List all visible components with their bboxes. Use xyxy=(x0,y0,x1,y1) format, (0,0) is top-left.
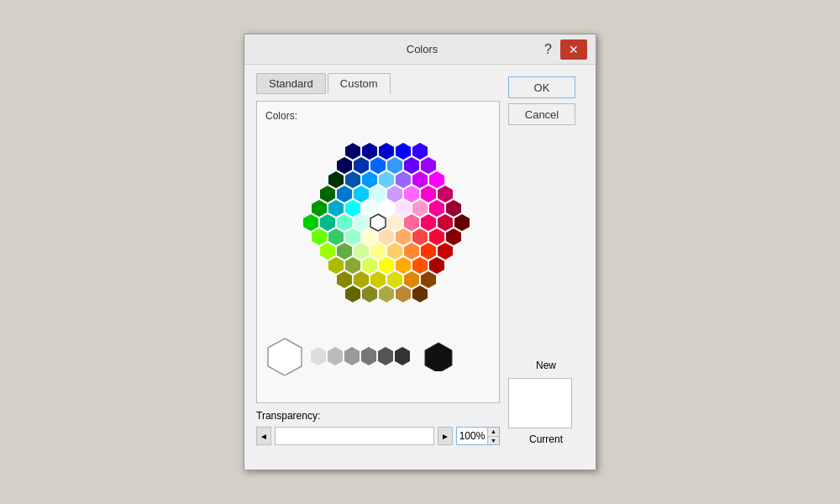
svg-marker-22[interactable] xyxy=(370,186,386,202)
color-wheel-svg[interactable] xyxy=(286,130,470,323)
svg-marker-68[interactable] xyxy=(429,257,444,274)
svg-marker-60[interactable] xyxy=(421,243,436,260)
svg-marker-17[interactable] xyxy=(412,171,428,188)
svg-marker-20[interactable] xyxy=(337,186,352,202)
svg-marker-40[interactable] xyxy=(387,214,402,231)
svg-marker-47[interactable] xyxy=(345,228,360,245)
svg-marker-67[interactable] xyxy=(412,257,428,274)
svg-marker-5[interactable] xyxy=(412,143,428,160)
svg-marker-48[interactable] xyxy=(362,228,377,245)
svg-marker-2[interactable] xyxy=(362,143,377,160)
svg-marker-79[interactable] xyxy=(412,286,428,302)
svg-marker-3[interactable] xyxy=(379,143,394,160)
transparency-spin-down[interactable]: ▼ xyxy=(488,437,499,445)
svg-marker-31[interactable] xyxy=(379,200,394,217)
close-button[interactable]: ✕ xyxy=(560,39,587,60)
svg-marker-84[interactable] xyxy=(361,347,376,365)
svg-marker-13[interactable] xyxy=(345,171,360,188)
svg-marker-35[interactable] xyxy=(446,200,461,217)
cancel-button[interactable]: Cancel xyxy=(508,103,575,125)
svg-marker-11[interactable] xyxy=(421,157,436,174)
svg-marker-76[interactable] xyxy=(362,286,377,302)
svg-marker-85[interactable] xyxy=(378,347,393,365)
svg-marker-57[interactable] xyxy=(370,243,386,260)
svg-marker-7[interactable] xyxy=(354,157,369,174)
svg-marker-26[interactable] xyxy=(438,186,453,202)
transparency-left-button[interactable]: ◄ xyxy=(256,427,271,445)
svg-marker-65[interactable] xyxy=(379,257,394,274)
svg-marker-16[interactable] xyxy=(396,171,411,188)
svg-marker-54[interactable] xyxy=(320,243,335,260)
svg-marker-59[interactable] xyxy=(404,243,419,260)
svg-marker-77[interactable] xyxy=(379,286,394,302)
svg-marker-15[interactable] xyxy=(379,171,394,188)
svg-marker-64[interactable] xyxy=(362,257,377,274)
svg-marker-86[interactable] xyxy=(395,347,410,365)
svg-marker-28[interactable] xyxy=(328,200,344,217)
svg-marker-78[interactable] xyxy=(396,286,411,302)
svg-marker-4[interactable] xyxy=(396,143,411,160)
svg-marker-43[interactable] xyxy=(438,214,453,231)
transparency-slider[interactable] xyxy=(275,427,434,445)
help-button[interactable]: ? xyxy=(541,42,555,57)
svg-marker-58[interactable] xyxy=(387,243,402,260)
svg-marker-25[interactable] xyxy=(421,186,436,202)
svg-marker-30[interactable] xyxy=(362,200,377,217)
svg-marker-21[interactable] xyxy=(354,186,369,202)
svg-marker-61[interactable] xyxy=(438,243,453,260)
svg-marker-39[interactable] xyxy=(354,214,369,231)
gray-scale-swatches[interactable] xyxy=(309,347,418,365)
svg-marker-83[interactable] xyxy=(344,347,360,365)
svg-marker-46[interactable] xyxy=(328,228,344,245)
svg-marker-18[interactable] xyxy=(429,171,444,188)
svg-marker-37[interactable] xyxy=(320,214,335,231)
svg-marker-82[interactable] xyxy=(328,347,343,365)
svg-marker-19[interactable] xyxy=(320,186,335,202)
svg-marker-10[interactable] xyxy=(404,157,419,174)
svg-marker-41[interactable] xyxy=(404,214,419,231)
svg-marker-6[interactable] xyxy=(337,157,352,174)
svg-marker-32[interactable] xyxy=(396,200,411,217)
transparency-value[interactable]: 100% xyxy=(457,428,487,444)
svg-marker-49[interactable] xyxy=(379,228,394,245)
svg-marker-53[interactable] xyxy=(446,228,461,245)
svg-marker-38[interactable] xyxy=(337,214,352,231)
svg-marker-14[interactable] xyxy=(362,171,377,188)
svg-marker-45[interactable] xyxy=(312,228,327,245)
svg-marker-42[interactable] xyxy=(421,214,436,231)
svg-marker-50[interactable] xyxy=(396,228,411,245)
svg-marker-66[interactable] xyxy=(396,257,411,274)
white-hex-swatch[interactable] xyxy=(265,337,304,375)
tab-custom[interactable]: Custom xyxy=(328,73,391,94)
svg-marker-81[interactable] xyxy=(311,347,326,365)
tab-standard[interactable]: Standard xyxy=(256,73,326,94)
svg-marker-56[interactable] xyxy=(354,243,369,260)
svg-marker-73[interactable] xyxy=(404,271,419,288)
ok-button[interactable]: OK xyxy=(508,76,575,98)
svg-marker-75[interactable] xyxy=(345,286,360,302)
transparency-spin-up[interactable]: ▲ xyxy=(488,428,499,437)
svg-marker-62[interactable] xyxy=(328,257,344,274)
transparency-right-button[interactable]: ► xyxy=(438,427,453,445)
svg-marker-55[interactable] xyxy=(337,243,352,260)
selected-color-hex[interactable] xyxy=(370,214,386,231)
svg-marker-1[interactable] xyxy=(345,143,360,160)
svg-marker-34[interactable] xyxy=(429,200,444,217)
svg-marker-51[interactable] xyxy=(412,228,428,245)
black-hex-swatch[interactable] xyxy=(423,341,454,371)
svg-marker-69[interactable] xyxy=(337,271,352,288)
svg-marker-27[interactable] xyxy=(312,200,327,217)
svg-marker-29[interactable] xyxy=(345,200,360,217)
svg-marker-72[interactable] xyxy=(387,271,402,288)
svg-marker-36[interactable] xyxy=(303,214,318,231)
svg-marker-71[interactable] xyxy=(370,271,386,288)
svg-marker-12[interactable] xyxy=(328,171,344,188)
svg-marker-70[interactable] xyxy=(354,271,369,288)
svg-marker-9[interactable] xyxy=(387,157,402,174)
svg-marker-63[interactable] xyxy=(345,257,360,274)
svg-marker-33[interactable] xyxy=(412,200,428,217)
svg-marker-24[interactable] xyxy=(404,186,419,202)
svg-marker-44[interactable] xyxy=(454,214,470,231)
svg-marker-74[interactable] xyxy=(421,271,436,288)
svg-marker-23[interactable] xyxy=(387,186,402,202)
